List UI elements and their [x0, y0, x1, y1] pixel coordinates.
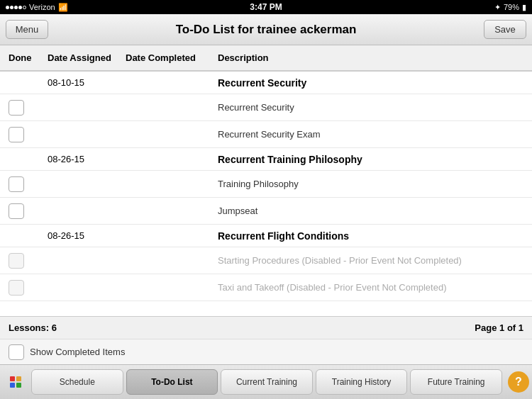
item-title-s1-i1: Recurrent Security — [218, 102, 523, 113]
done-cell-s1-i1[interactable] — [9, 100, 48, 116]
tab-current-training[interactable]: Current Training — [221, 369, 313, 395]
checkbox-s2-i2[interactable] — [9, 203, 24, 219]
section-header-row: 08-10-15 Recurrent Security — [0, 72, 532, 94]
app-icon — [3, 369, 28, 395]
checkbox-s1-i1[interactable] — [9, 100, 24, 116]
col-header-description: Description — [218, 52, 523, 63]
status-bar-left: Verizon 📶 — [6, 3, 68, 12]
help-button[interactable]: ? — [508, 371, 529, 393]
battery-icon: ▮ — [522, 3, 526, 12]
icon-square-blue — [10, 383, 15, 388]
status-time: 3:47 PM — [250, 2, 282, 12]
checkbox-s2-i1[interactable] — [9, 176, 24, 192]
signal-strength — [6, 6, 26, 9]
tab-buttons: Schedule To-Do List Current Training Tra… — [31, 369, 502, 395]
list-item: Recurrent Security — [0, 94, 532, 121]
icon-grid — [10, 376, 21, 388]
item-title-s1-i2: Recurrent Security Exam — [218, 129, 523, 140]
list-item: Taxi and Takeoff (Disabled - Prior Event… — [0, 274, 532, 301]
footer-bar: Lessons: 6 Page 1 of 1 — [0, 316, 532, 339]
show-completed-checkbox[interactable] — [9, 344, 24, 360]
status-bar-right: ✦ 79% ▮ — [494, 3, 526, 12]
tab-training-history[interactable]: Training History — [316, 369, 408, 395]
section-header-row: 08-26-15 Recurrent Flight Conditions — [0, 225, 532, 247]
item-title-s3-i1: Starting Procedures (Disabled - Prior Ev… — [218, 255, 523, 266]
section-title-s2: Recurrent Training Philosophy — [218, 154, 523, 165]
show-completed-label: Show Completed Items — [30, 347, 125, 357]
date-assigned-s3: 08-26-15 — [48, 230, 126, 241]
status-bar: Verizon 📶 3:47 PM ✦ 79% ▮ — [0, 0, 532, 14]
list-item: Training Philosophy — [0, 171, 532, 198]
item-title-s2-i1: Training Philosophy — [218, 179, 523, 189]
save-button[interactable]: Save — [484, 20, 526, 39]
date-assigned-s2: 08-26-15 — [48, 154, 126, 164]
done-cell-s1-i2[interactable] — [9, 127, 48, 142]
tab-bar: Schedule To-Do List Current Training Tra… — [0, 364, 532, 399]
tab-future-training[interactable]: Future Training — [410, 369, 502, 395]
list-item: Recurrent Security Exam — [0, 121, 532, 148]
done-cell-s2-i2[interactable] — [9, 203, 48, 219]
bluetooth-icon: ✦ — [494, 3, 501, 12]
done-cell-s3-i1 — [9, 253, 48, 269]
wifi-icon: 📶 — [58, 3, 68, 12]
col-header-date-completed: Date Completed — [126, 52, 218, 63]
list-item: Jumpseat — [0, 198, 532, 225]
checkbox-disabled-s3-i2 — [9, 280, 24, 296]
checkbox-disabled-s3-i1 — [9, 253, 24, 269]
done-cell-s2-i1[interactable] — [9, 176, 48, 192]
nav-title: To-Do List for trainee ackerman — [176, 23, 357, 37]
lessons-count: Lessons: 6 — [9, 322, 57, 333]
icon-square-yellow — [16, 376, 21, 381]
icon-square-green — [16, 383, 21, 388]
date-assigned-s1: 08-10-15 — [48, 77, 126, 88]
tab-schedule[interactable]: Schedule — [31, 369, 123, 395]
battery-label: 79% — [504, 3, 519, 11]
list-item: Starting Procedures (Disabled - Prior Ev… — [0, 247, 532, 274]
carrier-label: Verizon — [29, 3, 55, 11]
page-indicator: Page 1 of 1 — [475, 322, 523, 333]
col-header-done: Done — [9, 52, 48, 63]
section-title-s1: Recurrent Security — [218, 77, 523, 89]
item-title-s3-i2: Taxi and Takeoff (Disabled - Prior Event… — [218, 282, 523, 293]
table-header: Done Date Assigned Date Completed Descri… — [0, 45, 532, 71]
menu-button[interactable]: Menu — [6, 20, 48, 39]
icon-square-red — [10, 376, 15, 381]
done-cell-s3-i2 — [9, 280, 48, 296]
nav-bar: Menu To-Do List for trainee ackerman Sav… — [0, 14, 532, 45]
checkbox-s1-i2[interactable] — [9, 127, 24, 142]
main-content: 08-10-15 Recurrent Security Recurrent Se… — [0, 72, 532, 316]
show-completed-bar: Show Completed Items — [0, 339, 532, 364]
section-header-row: 08-26-15 Recurrent Training Philosophy — [0, 148, 532, 171]
item-title-s2-i2: Jumpseat — [218, 206, 523, 216]
section-title-s3: Recurrent Flight Conditions — [218, 230, 523, 242]
col-header-date-assigned: Date Assigned — [48, 52, 126, 63]
tab-todo-list[interactable]: To-Do List — [126, 369, 218, 395]
